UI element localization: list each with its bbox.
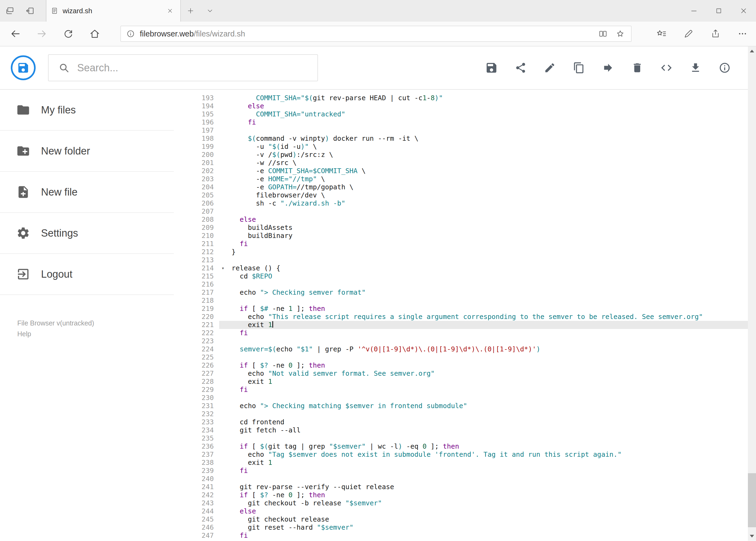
sidebar-item-new-file[interactable]: New file — [0, 172, 174, 213]
code-line[interactable]: 243 git checkout -b release "$semver" — [174, 499, 756, 507]
tab-close-button[interactable] — [164, 5, 176, 17]
code-line[interactable]: 228 exit 1 — [174, 377, 756, 386]
code-line[interactable]: 193 COMMIT_SHA="$(git rev-parse HEAD | c… — [174, 94, 756, 102]
share-page-button[interactable] — [702, 21, 729, 46]
browser-tab[interactable]: wizard.sh — [46, 0, 181, 22]
reading-view-button[interactable] — [594, 26, 612, 41]
scrollbar-thumb[interactable] — [748, 473, 756, 527]
code-line[interactable]: 233 cd frontend — [174, 418, 756, 426]
code-line[interactable]: 216 — [174, 280, 756, 288]
code-line[interactable]: 210 buildBinary — [174, 232, 756, 240]
code-line[interactable]: 218 — [174, 296, 756, 305]
code-line[interactable]: 227 echo "Not valid semver format. See s… — [174, 369, 756, 377]
add-favorite-button[interactable] — [612, 26, 629, 41]
code-line[interactable]: 231 echo "> Checking matching $semver in… — [174, 402, 756, 410]
code-line[interactable]: 240 — [174, 475, 756, 483]
code-line[interactable]: 238 exit 1 — [174, 459, 756, 467]
refresh-button[interactable] — [55, 21, 82, 46]
help-link[interactable]: Help — [17, 328, 174, 339]
code-line[interactable]: 194 else — [174, 102, 756, 110]
forward-button[interactable] — [29, 21, 55, 46]
code-line[interactable]: 204 -e GOPATH=//tmp/gopath \ — [174, 183, 756, 191]
tab-list-button[interactable] — [200, 0, 220, 22]
code-line[interactable]: 201 -w //src \ — [174, 159, 756, 167]
info-button[interactable] — [718, 61, 731, 74]
code-line[interactable]: 225 — [174, 353, 756, 361]
vertical-scrollbar[interactable] — [748, 46, 756, 541]
code-line[interactable]: 230 — [174, 394, 756, 402]
code-line[interactable]: 237 echo "Tag $semver does not exist in … — [174, 450, 756, 459]
code-line[interactable]: 211 fi — [174, 240, 756, 248]
download-button[interactable] — [689, 61, 702, 74]
edit-button[interactable] — [543, 61, 556, 74]
code-line[interactable]: 199 -u "$(id -u)" \ — [174, 143, 756, 151]
code-line[interactable]: 239 fi — [174, 467, 756, 475]
save-button[interactable] — [485, 61, 498, 74]
code-line[interactable]: 214▾release () { — [174, 264, 756, 272]
share-button[interactable] — [514, 61, 527, 74]
sidebar-item-new-folder[interactable]: New folder — [0, 131, 174, 172]
back-button[interactable] — [2, 21, 29, 46]
scrollbar-up-arrow[interactable] — [748, 46, 756, 56]
new-tab-button[interactable] — [181, 0, 200, 22]
minimize-button[interactable] — [681, 0, 706, 22]
code-line[interactable]: 223 — [174, 337, 756, 345]
code-line[interactable]: 196 fi — [174, 118, 756, 126]
browser-menu-button[interactable] — [729, 21, 756, 46]
code-line[interactable]: 220 echo "This release script requires a… — [174, 313, 756, 321]
code-line[interactable]: 229 fi — [174, 386, 756, 394]
code-line[interactable]: 198 $(command -v winpty) docker run --rm… — [174, 135, 756, 143]
maximize-button[interactable] — [706, 0, 731, 22]
code-line[interactable]: 241 git rev-parse --verify --quiet relea… — [174, 483, 756, 491]
hub-button[interactable] — [648, 21, 675, 46]
code-line[interactable]: 206 sh -c "./wizard.sh -b" — [174, 199, 756, 208]
code-editor[interactable]: 193 COMMIT_SHA="$(git rev-parse HEAD | c… — [174, 90, 756, 541]
code-line[interactable]: 222 fi — [174, 329, 756, 337]
code-line[interactable]: 205 filebrowser/dev \ — [174, 191, 756, 199]
sidebar-item-logout[interactable]: Logout — [0, 254, 174, 295]
tab-preview-button[interactable] — [20, 0, 40, 22]
code-line[interactable]: 245 git checkout release — [174, 515, 756, 523]
code-line[interactable]: 247 fi — [174, 532, 756, 540]
code-line[interactable]: 215 cd $REPO — [174, 272, 756, 280]
search-box[interactable] — [48, 54, 318, 81]
address-bar[interactable]: filebrowser.web/files/wizard.sh — [121, 26, 631, 42]
delete-button[interactable] — [631, 61, 644, 74]
filebrowser-logo[interactable] — [11, 55, 36, 80]
code-line[interactable]: 226 if [ $? -ne 0 ]; then — [174, 361, 756, 369]
code-line[interactable]: 202 -e COMMIT_SHA=$COMMIT_SHA \ — [174, 167, 756, 175]
code-line[interactable]: 195 COMMIT_SHA="untracked" — [174, 110, 756, 118]
tabs-set-aside-button[interactable] — [0, 0, 20, 22]
code-line[interactable]: 217 echo "> Checking semver format" — [174, 288, 756, 296]
code-line[interactable]: 242 if [ $? -ne 0 ]; then — [174, 491, 756, 499]
close-window-button[interactable] — [731, 0, 756, 22]
code-line[interactable]: 232 — [174, 410, 756, 418]
search-input[interactable] — [77, 62, 293, 74]
code-line[interactable]: 236 if [ $(git tag | grep "$semver" | wc… — [174, 442, 756, 450]
code-line[interactable]: 212} — [174, 248, 756, 256]
code-line[interactable]: 235 — [174, 434, 756, 442]
code-line[interactable]: 244 else — [174, 507, 756, 515]
move-button[interactable] — [602, 61, 615, 74]
code-line[interactable]: 203 -e HOME="//tmp" \ — [174, 175, 756, 183]
copy-button[interactable] — [573, 61, 586, 74]
scrollbar-down-arrow[interactable] — [748, 532, 756, 541]
code-line[interactable]: 209 buildAssets — [174, 224, 756, 232]
code-line[interactable]: 200 -v /$(pwd):/src:z \ — [174, 151, 756, 159]
code-line[interactable]: 197 — [174, 126, 756, 135]
code-line[interactable]: 221 exit 1 — [174, 321, 756, 329]
code-line[interactable]: 213 — [174, 256, 756, 264]
code-line[interactable]: 208 else — [174, 216, 756, 224]
home-button[interactable] — [82, 21, 108, 46]
code-line[interactable]: 207 — [174, 208, 756, 216]
sidebar-item-settings[interactable]: Settings — [0, 213, 174, 254]
code-line[interactable]: 234 git fetch --all — [174, 426, 756, 434]
raw-code-button[interactable] — [660, 61, 673, 74]
code-line[interactable]: 219 if [ $# -ne 1 ]; then — [174, 305, 756, 313]
fold-marker-icon[interactable]: ▾ — [219, 264, 227, 272]
code-line[interactable]: 246 git reset --hard "$semver" — [174, 523, 756, 532]
web-note-button[interactable] — [675, 21, 702, 46]
page-info-icon[interactable] — [126, 29, 135, 38]
sidebar-item-my-files[interactable]: My files — [0, 90, 174, 131]
code-line[interactable]: 224 semver=$(echo "$1" | grep -P '^v(0|[… — [174, 345, 756, 353]
